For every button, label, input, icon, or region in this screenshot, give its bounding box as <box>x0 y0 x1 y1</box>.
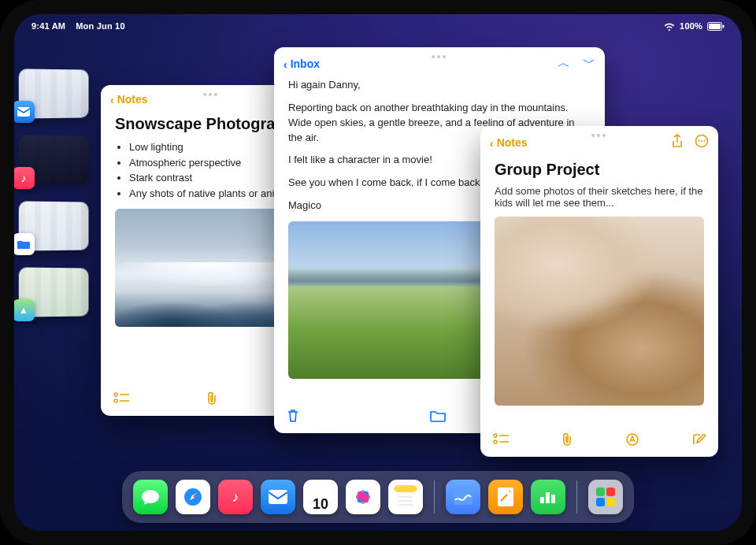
back-button[interactable]: ‹ Inbox <box>284 57 320 70</box>
stage-item-files[interactable] <box>19 202 90 250</box>
status-left: 9:41 AM Mon Jun 10 <box>32 21 125 31</box>
chevron-left-icon: ‹ <box>284 58 287 71</box>
wifi-icon <box>664 22 675 31</box>
notes2-actions <box>671 134 709 151</box>
compose-icon[interactable] <box>691 432 706 450</box>
svg-rect-38 <box>546 492 550 503</box>
window-handle-icon[interactable]: ••• <box>203 88 220 101</box>
svg-rect-34 <box>454 489 472 505</box>
status-right: 100% <box>664 21 724 31</box>
back-label: Inbox <box>291 57 320 70</box>
attachment-icon[interactable] <box>206 391 218 410</box>
checklist-icon[interactable] <box>113 392 129 409</box>
stage-item-music[interactable]: ♪ <box>19 135 90 184</box>
trash-icon[interactable] <box>287 409 299 427</box>
stage-item-maps[interactable]: ▲ <box>19 268 90 317</box>
ipad-device-frame: 9:41 AM Mon Jun 10 100% <box>0 0 756 545</box>
mail-nav-arrows: ︿ ﹀ <box>558 55 595 72</box>
battery-icon <box>707 22 724 31</box>
calendar-day: 10 <box>313 497 328 511</box>
svg-rect-30 <box>394 485 417 492</box>
svg-rect-2 <box>723 24 724 28</box>
chevron-down-icon[interactable]: ﹀ <box>583 55 595 72</box>
svg-rect-37 <box>540 497 544 503</box>
note-title: Group Project <box>495 161 704 179</box>
music-app-icon: ♪ <box>14 167 35 189</box>
calendar-app-icon[interactable]: WED 10 <box>303 480 338 514</box>
attachment-icon[interactable] <box>561 432 573 450</box>
folder-icon[interactable] <box>430 410 446 426</box>
back-label: Notes <box>117 93 148 106</box>
notes-app-icon[interactable] <box>388 480 423 514</box>
svg-point-10 <box>699 140 700 142</box>
ipad-screen: 9:41 AM Mon Jun 10 100% <box>14 14 742 531</box>
svg-rect-43 <box>606 498 615 506</box>
files-app-icon <box>14 233 35 255</box>
safari-app-icon[interactable] <box>176 480 210 514</box>
chevron-left-icon: ‹ <box>110 94 114 106</box>
checklist-icon[interactable] <box>493 433 509 450</box>
stage-item-mail[interactable] <box>19 69 90 118</box>
svg-rect-20 <box>269 490 287 504</box>
svg-rect-41 <box>606 488 615 496</box>
maps-app-icon: ▲ <box>14 299 35 321</box>
notes-window-group-project[interactable]: ••• ‹ Notes Group Project Add some ph <box>480 126 718 457</box>
note-subtext: Add some photos of their sketches here, … <box>495 185 704 209</box>
chevron-left-icon: ‹ <box>490 137 494 150</box>
pages-app-icon[interactable] <box>488 480 523 514</box>
more-icon[interactable] <box>695 134 709 151</box>
svg-point-13 <box>494 434 497 437</box>
window-handle-icon[interactable]: ••• <box>432 50 448 63</box>
svg-rect-1 <box>709 24 721 29</box>
back-button[interactable]: ‹ Notes <box>110 93 148 106</box>
photos-app-icon[interactable] <box>346 480 380 514</box>
svg-point-6 <box>114 399 117 402</box>
note-photo-kids <box>495 217 704 406</box>
dock-separator <box>434 480 435 513</box>
svg-point-12 <box>704 140 706 142</box>
svg-rect-40 <box>596 488 605 496</box>
battery-percent: 100% <box>680 21 702 31</box>
back-button[interactable]: ‹ Notes <box>490 136 528 149</box>
svg-rect-39 <box>551 495 555 503</box>
svg-rect-3 <box>17 107 30 117</box>
dock-separator <box>576 480 577 513</box>
numbers-app-icon[interactable] <box>531 480 565 514</box>
status-date: Mon Jun 10 <box>76 21 125 31</box>
notes2-content: Group Project Add some photos of their s… <box>480 154 718 425</box>
stage-manager-strip: ♪ ▲ <box>19 69 93 317</box>
window-handle-icon[interactable]: ••• <box>591 129 608 142</box>
markup-icon[interactable] <box>625 432 639 450</box>
mail-app-icon[interactable] <box>261 480 295 514</box>
freeform-app-icon[interactable] <box>446 480 480 514</box>
music-app-icon[interactable]: ♪ <box>218 480 253 514</box>
status-time: 9:41 AM <box>32 21 65 31</box>
share-icon[interactable] <box>671 134 684 151</box>
status-bar: 9:41 AM Mon Jun 10 100% <box>14 19 742 33</box>
back-label: Notes <box>497 136 528 149</box>
svg-point-11 <box>701 140 702 142</box>
svg-point-15 <box>494 440 497 443</box>
app-library-icon[interactable] <box>588 480 623 514</box>
notes2-bottombar <box>480 425 718 457</box>
svg-point-4 <box>114 393 117 396</box>
calendar-weekday: WED <box>304 483 337 497</box>
svg-rect-42 <box>596 498 605 506</box>
dock: ♪ WED 10 <box>122 471 634 523</box>
messages-app-icon[interactable] <box>133 480 168 514</box>
chevron-up-icon[interactable]: ︿ <box>558 55 570 72</box>
mail-app-icon <box>14 101 35 123</box>
mail-greeting: Hi again Danny, <box>288 78 591 93</box>
